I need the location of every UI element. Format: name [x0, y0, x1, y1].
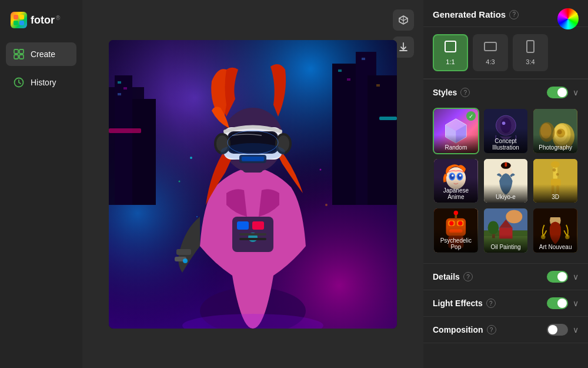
details-toggle[interactable]: [547, 271, 568, 283]
style-oilpainting[interactable]: Oil Painting: [483, 207, 529, 254]
composition-title: Composition: [433, 325, 483, 334]
svg-point-71: [502, 121, 505, 125]
details-controls: ∨: [547, 271, 579, 283]
svg-rect-19: [368, 75, 397, 205]
style-artnouveau[interactable]: Art Nouveau: [532, 207, 579, 254]
svg-point-84: [452, 174, 454, 177]
ratio-3-4-icon: [524, 40, 537, 56]
psychedelic-label: Psychedelic Pop: [434, 228, 478, 253]
svg-point-60: [179, 180, 181, 182]
composition-controls: ∨: [547, 324, 579, 336]
svg-point-109: [454, 211, 458, 215]
ratio-4-3-button[interactable]: 4:3: [473, 34, 508, 71]
svg-rect-21: [123, 87, 127, 89]
history-label: History: [31, 78, 56, 87]
svg-rect-34: [239, 233, 266, 236]
sidebar-item-create[interactable]: Create: [6, 42, 76, 66]
svg-rect-6: [14, 55, 18, 59]
color-orb[interactable]: [557, 8, 579, 29]
light-effects-toggle[interactable]: [547, 297, 568, 309]
styles-toggle[interactable]: [547, 87, 568, 98]
styles-section-header[interactable]: Styles ? ∨: [423, 79, 588, 105]
composition-help-icon[interactable]: ?: [487, 325, 496, 334]
artnouveau-label: Art Nouveau: [533, 234, 577, 253]
style-anime[interactable]: Japanese Anime: [433, 158, 479, 204]
ukiyoe-label: Ukiyo-e: [484, 184, 528, 203]
svg-rect-63: [527, 41, 534, 52]
details-section: Details ? ∨: [423, 264, 588, 290]
details-section-header[interactable]: Details ? ∨: [423, 264, 588, 290]
svg-rect-28: [379, 117, 397, 120]
style-photography[interactable]: Photography: [532, 108, 579, 154]
style-concept[interactable]: Concept Illustration: [483, 108, 529, 154]
composition-chevron-icon[interactable]: ∨: [573, 325, 579, 334]
style-ukiyoe[interactable]: Ukiyo-e: [483, 158, 529, 204]
style-3d[interactable]: 3D: [532, 158, 579, 204]
styles-controls: ∨: [547, 87, 579, 98]
ratio-3-4-label: 3:4: [526, 58, 534, 65]
canvas-area: [82, 0, 423, 368]
details-help-icon[interactable]: ?: [463, 272, 473, 281]
svg-rect-25: [362, 58, 365, 60]
light-effects-chevron-icon[interactable]: ∨: [573, 299, 579, 308]
svg-rect-1: [19, 15, 24, 19]
main-content: [82, 0, 423, 368]
ratio-3-4-button[interactable]: 3:4: [513, 34, 548, 71]
random-check: ✓: [466, 111, 476, 121]
svg-point-59: [325, 204, 328, 206]
svg-rect-3: [19, 21, 24, 25]
3d-model-button[interactable]: [393, 9, 414, 31]
styles-title: Styles: [433, 88, 457, 97]
ratio-1-1-icon: [444, 40, 457, 56]
style-random[interactable]: ✓ Random: [433, 108, 479, 154]
svg-point-56: [190, 157, 192, 159]
svg-rect-36: [176, 249, 191, 255]
svg-rect-62: [485, 42, 496, 51]
ratio-1-1-button[interactable]: 1:1: [433, 34, 468, 71]
styles-help-icon[interactable]: ?: [460, 88, 470, 97]
svg-rect-4: [14, 49, 18, 54]
ratios-help-icon[interactable]: ?: [509, 10, 519, 19]
svg-point-99: [553, 168, 556, 172]
styles-grid: ✓ Random Concept Illustrati: [423, 105, 588, 263]
composition-section-header[interactable]: Composition ? ∨: [423, 317, 588, 343]
app-name: fotor: [31, 14, 55, 26]
oilpainting-label: Oil Painting: [484, 234, 528, 253]
sidebar-item-history[interactable]: History: [6, 71, 76, 94]
details-title: Details: [433, 272, 460, 281]
photography-label: Photography: [533, 135, 577, 153]
svg-point-87: [459, 174, 462, 177]
ratio-1-1-label: 1:1: [446, 58, 455, 65]
header-left: Generated Ratios ?: [433, 9, 519, 19]
light-effects-help-icon[interactable]: ?: [486, 299, 496, 308]
main-image: [109, 40, 397, 329]
style-psychedelic[interactable]: Psychedelic Pop: [433, 207, 479, 254]
svg-point-100: [556, 173, 559, 175]
svg-rect-92: [505, 162, 507, 166]
light-effects-title-area: Light Effects ?: [433, 299, 496, 308]
svg-rect-0: [14, 15, 18, 19]
light-effects-section-header[interactable]: Light Effects ? ∨: [423, 290, 588, 316]
details-title-area: Details ?: [433, 272, 473, 281]
svg-point-105: [449, 221, 453, 226]
svg-rect-22: [118, 93, 121, 95]
svg-rect-32: [252, 221, 264, 230]
svg-point-95: [551, 161, 560, 167]
svg-rect-5: [19, 49, 24, 54]
ratio-4-3-icon: [484, 40, 497, 56]
composition-toggle[interactable]: [547, 324, 568, 336]
styles-section: Styles ? ∨: [423, 79, 588, 264]
styles-chevron-icon[interactable]: ∨: [573, 88, 579, 97]
ratio-buttons: 1:1 4:3 3:4: [423, 27, 588, 79]
svg-point-115: [506, 210, 522, 223]
svg-rect-31: [237, 221, 249, 230]
details-chevron-icon[interactable]: ∨: [573, 272, 579, 281]
svg-rect-27: [109, 128, 141, 133]
light-effects-section: Light Effects ? ∨: [423, 290, 588, 317]
random-label: Random: [434, 135, 478, 153]
create-label: Create: [31, 49, 55, 59]
generated-ratios-title: Generated Ratios: [433, 9, 506, 19]
create-icon: [13, 48, 25, 60]
anime-label: Japanese Anime: [434, 178, 478, 203]
svg-rect-61: [445, 41, 456, 52]
